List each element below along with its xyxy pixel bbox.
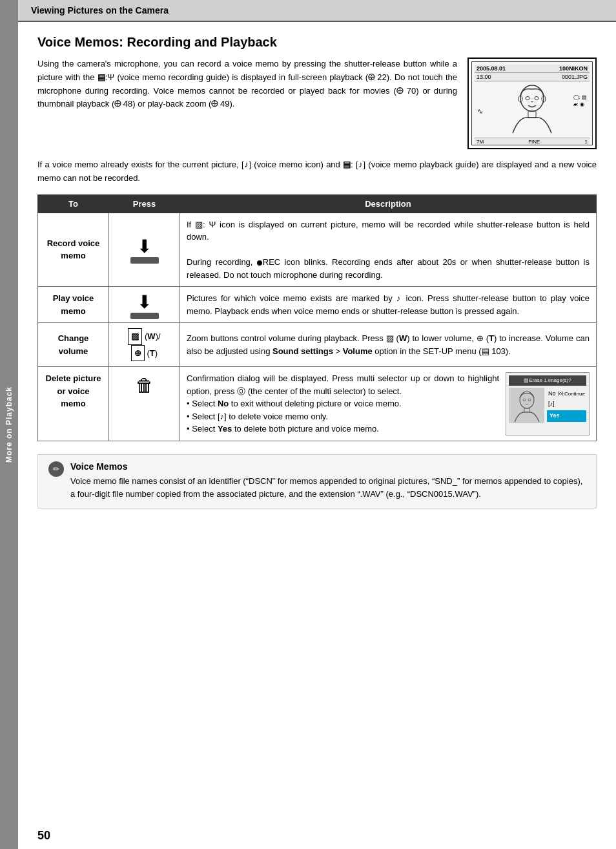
- row3-press: ▨ (W)/ ⊕ (T): [109, 323, 180, 367]
- cam-left-icons: ∿: [477, 107, 483, 116]
- row4-desc: Confirmation dialog will be displayed. P…: [180, 367, 597, 441]
- intro-section: Using the camera's microphone, you can r…: [37, 58, 597, 149]
- camera-preview: 2005.08.01 100NIKON 13:00 0001.JPG: [467, 58, 597, 149]
- del-screen-erase-text: ▨Erase 1 image(s)?: [509, 375, 586, 386]
- row1-press: ⬇: [109, 213, 180, 287]
- del-screen-mid: No ⒪:Continue [♪] Yes: [509, 388, 586, 423]
- cam-quality: FINE: [528, 139, 540, 145]
- side-tab-label: More on Playback: [5, 386, 14, 463]
- note-content: Voice Memos Voice memo file names consis…: [70, 461, 586, 502]
- arrow-down-icon-2: ⬇: [130, 293, 159, 311]
- cam-wave-icon: ∿: [477, 107, 483, 115]
- content-area: Voice Memos: Recording and Playback Usin…: [18, 22, 616, 823]
- page-number: 50: [18, 823, 616, 849]
- intro-text-1: Using the camera's microphone, you can r…: [37, 59, 457, 109]
- portrait-area: [477, 84, 587, 133]
- cam-resolution: 7M: [477, 139, 484, 145]
- th-to: To: [38, 194, 109, 213]
- cam-time: 13:00: [477, 74, 491, 80]
- cam-right-icons: ◯: ▨ ▰: ◉: [573, 94, 587, 107]
- table-row: Change volume ▨ (W)/ ⊕ (T) Zoom buttons …: [38, 323, 597, 367]
- camera-screen: 2005.08.01 100NIKON 13:00 0001.JPG: [471, 61, 593, 145]
- row4-to-label: Delete picture or voice memo: [46, 373, 101, 408]
- cam-frame: 1: [585, 139, 588, 145]
- delete-screenshot: ▨Erase 1 image(s)?: [506, 372, 590, 435]
- page: More on Playback Viewing Pictures on the…: [0, 0, 616, 849]
- row3-to-label: Change volume: [58, 333, 89, 356]
- row2-to: Play voice memo: [38, 287, 109, 323]
- pencil-icon: ✏: [48, 461, 64, 477]
- note-title: Voice Memos: [70, 461, 586, 472]
- delete-text: Confirmation dialog will be displayed. P…: [187, 372, 499, 435]
- note-box: ✏ Voice Memos Voice memo file names cons…: [37, 454, 597, 509]
- table-header-row: To Press Description: [38, 194, 597, 213]
- svg-point-1: [526, 97, 529, 100]
- del-note-label: [♪]: [548, 400, 555, 409]
- zoom-w-icon: ▨: [128, 328, 142, 345]
- svg-rect-9: [524, 408, 529, 412]
- table-row: Record voice memo ⬇ If ▨: Ψ icon is disp…: [38, 213, 597, 287]
- row3-to: Change volume: [38, 323, 109, 367]
- del-option-yes: Yes: [547, 410, 586, 422]
- row2-press: ⬇: [109, 287, 180, 323]
- shutter-base-2: [130, 313, 159, 319]
- shutter-button-icon-2: ⬇: [130, 293, 159, 317]
- table-row: Play voice memo ⬇ Pictures for which voi…: [38, 287, 597, 323]
- cam-top-bar: 2005.08.01 100NIKON: [475, 65, 590, 73]
- svg-point-8: [528, 399, 531, 401]
- note-text: Voice memo file names consist of an iden…: [70, 475, 586, 502]
- rec-dot-icon: [257, 260, 262, 266]
- intro-text: Using the camera's microphone, you can r…: [37, 58, 457, 149]
- svg-point-6: [520, 392, 534, 408]
- del-option-no: No ⒪:Continue: [547, 389, 586, 399]
- row1-to: Record voice memo: [38, 213, 109, 287]
- shutter-button-icon: ⬇: [130, 238, 159, 261]
- delete-desc-container: Confirmation dialog will be displayed. P…: [187, 372, 590, 435]
- intro-text2: If a voice memo already exists for the c…: [37, 158, 597, 185]
- cam-mic-icon: ▰: ◉: [573, 101, 587, 107]
- table-row: Delete picture or voice memo 🗑 Confirmat…: [38, 367, 597, 441]
- page-header: Viewing Pictures on the Camera: [18, 0, 616, 22]
- row2-to-label: Play voice memo: [53, 293, 94, 316]
- cam-bottom-bar: 7M FINE 1: [475, 138, 590, 145]
- cam-filename: 100NIKON: [559, 65, 588, 72]
- portrait-svg: [506, 84, 558, 133]
- row2-desc: Pictures for which voice memo exists are…: [180, 287, 597, 323]
- zoom-t-icon: ⊕: [131, 345, 145, 362]
- memo-table: To Press Description Record voice memo ⬇: [37, 194, 597, 441]
- row1-to-label: Record voice memo: [47, 238, 100, 261]
- th-press: Press: [109, 194, 180, 213]
- del-portrait-svg: [511, 390, 543, 422]
- del-yes-label: Yes: [549, 412, 560, 421]
- svg-rect-5: [528, 111, 536, 118]
- header-title: Viewing Pictures on the Camera: [31, 5, 169, 16]
- cam-date: 2005.08.01: [477, 65, 506, 72]
- cam-ok-icon: ◯: ▨: [573, 94, 587, 100]
- del-options: No ⒪:Continue [♪] Yes: [547, 389, 586, 422]
- row4-press: 🗑: [109, 367, 180, 441]
- row3-desc: Zoom buttons control volume during playb…: [180, 323, 597, 367]
- svg-point-2: [535, 97, 539, 100]
- del-option-note: [♪]: [547, 399, 586, 410]
- row1-desc: If ▨: Ψ icon is displayed on current pic…: [180, 213, 597, 287]
- row4-to: Delete picture or voice memo: [38, 367, 109, 441]
- del-ok-continue: ⒪:Continue: [558, 390, 585, 398]
- del-no-label: No: [548, 390, 556, 399]
- section-title: Voice Memos: Recording and Playback: [37, 35, 597, 50]
- trash-icon: 🗑: [136, 372, 154, 399]
- arrow-down-icon: ⬇: [130, 238, 159, 256]
- side-tab: More on Playback: [0, 0, 18, 849]
- cam-filenum: 0001.JPG: [562, 74, 588, 80]
- shutter-base: [130, 257, 159, 264]
- main-content: Viewing Pictures on the Camera Voice Mem…: [18, 0, 616, 849]
- del-portrait: [509, 388, 544, 423]
- th-description: Description: [180, 194, 597, 213]
- pencil-glyph: ✏: [53, 465, 59, 474]
- svg-point-7: [523, 399, 526, 401]
